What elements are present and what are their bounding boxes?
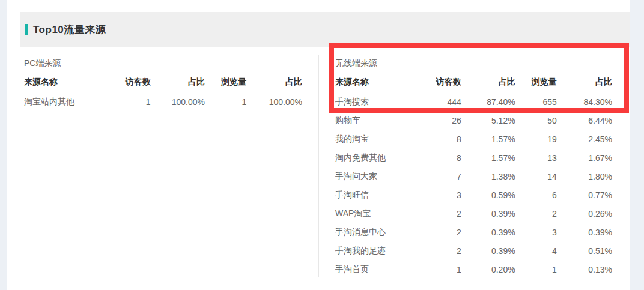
table-cell: 6.44% [557, 111, 612, 130]
table-header-row: 来源名称访客数占比浏览量占比 [335, 73, 612, 92]
table-row: 购物车265.12%506.44% [335, 111, 612, 130]
table-cell: 100.00% [246, 92, 302, 112]
table-cell: 0.51% [557, 241, 612, 260]
table-cell: 14 [515, 167, 557, 186]
table-cell: 1 [111, 92, 151, 112]
table-cell: 2 [421, 241, 461, 260]
table-cell: 1.57% [461, 148, 515, 167]
column-header: 占比 [246, 73, 302, 92]
table-cell: 淘内免费其他 [335, 148, 421, 167]
table-row: 手淘搜索44487.40%65584.30% [335, 92, 612, 112]
table-cell: 13 [515, 148, 557, 167]
table-row: 淘内免费其他81.57%131.67% [335, 148, 612, 167]
table-cell: 手淘搜索 [335, 92, 421, 112]
wireless-table-head: 来源名称访客数占比浏览量占比 [335, 73, 612, 92]
wireless-panel-title: 无线端来源 [335, 57, 612, 69]
table-cell: 我的淘宝 [335, 130, 421, 148]
table-cell: 2 [421, 223, 461, 241]
table-cell: 0.39% [557, 223, 612, 241]
table-cell: 1.67% [557, 148, 612, 167]
column-header: 浏览量 [205, 73, 246, 92]
page-right-gutter [630, 0, 644, 290]
table-cell: 8 [421, 130, 461, 148]
table-cell: 3 [421, 186, 461, 204]
table-row: 我的淘宝81.57%192.45% [335, 130, 612, 148]
table-cell: 手淘旺信 [335, 186, 421, 204]
table-cell: 0.77% [557, 186, 612, 204]
table-cell: 7 [421, 167, 461, 186]
table-cell: 2 [515, 204, 557, 223]
table-header-row: 来源名称访客数占比浏览量占比 [24, 73, 302, 92]
table-cell: WAP淘宝 [335, 204, 421, 223]
pc-table-head: 来源名称访客数占比浏览量占比 [24, 73, 302, 92]
table-cell: 2 [421, 204, 461, 223]
column-header: 来源名称 [24, 73, 111, 92]
table-cell: 100.00% [151, 92, 205, 112]
table-cell: 4 [515, 241, 557, 260]
wireless-sources-panel: 无线端来源 来源名称访客数占比浏览量占比 手淘搜索44487.40%65584.… [335, 57, 612, 279]
table-cell: 8 [421, 148, 461, 167]
table-cell: 0.26% [557, 204, 612, 223]
pc-sources-panel: PC端来源 来源名称访客数占比浏览量占比 淘宝站内其他1100.00%1100.… [24, 57, 302, 111]
table-cell: 6 [515, 186, 557, 204]
wireless-table-body: 手淘搜索44487.40%65584.30%购物车265.12%506.44%我… [335, 92, 612, 279]
panel-divider [318, 55, 319, 277]
page-left-gutter [0, 0, 7, 290]
table-cell: 84.30% [557, 92, 612, 112]
column-header: 访客数 [111, 73, 151, 92]
table-row: 手淘我的足迹20.39%40.51% [335, 241, 612, 260]
column-header: 占比 [557, 73, 612, 92]
table-cell: 淘宝站内其他 [24, 92, 111, 112]
table-cell: 0.13% [557, 260, 612, 279]
table-cell: 1.57% [461, 130, 515, 148]
table-cell: 0.39% [461, 241, 515, 260]
table-cell: 0.39% [461, 223, 515, 241]
table-row: 手淘首页10.20%10.13% [335, 260, 612, 279]
table-row: WAP淘宝20.39%20.26% [335, 204, 612, 223]
column-header: 来源名称 [335, 73, 421, 92]
table-row: 淘宝站内其他1100.00%1100.00% [24, 92, 302, 112]
pc-panel-title: PC端来源 [24, 57, 302, 69]
accent-bar [25, 24, 28, 35]
table-cell: 1 [421, 260, 461, 279]
table-cell: 手淘我的足迹 [335, 241, 421, 260]
table-cell: 1.38% [461, 167, 515, 186]
pc-table-body: 淘宝站内其他1100.00%1100.00% [24, 92, 302, 112]
table-cell: 655 [515, 92, 557, 112]
pc-sources-table: 来源名称访客数占比浏览量占比 淘宝站内其他1100.00%1100.00% [24, 73, 302, 111]
section-header-inner: Top10流量来源 [20, 12, 630, 47]
table-cell: 1.80% [557, 167, 612, 186]
table-cell: 3 [515, 223, 557, 241]
table-cell: 50 [515, 111, 557, 130]
table-cell: 手淘消息中心 [335, 223, 421, 241]
table-cell: 1 [515, 260, 557, 279]
table-cell: 5.12% [461, 111, 515, 130]
table-row: 手淘旺信30.59%60.77% [335, 186, 612, 204]
table-cell: 87.40% [461, 92, 515, 112]
table-cell: 手淘首页 [335, 260, 421, 279]
table-cell: 26 [421, 111, 461, 130]
wireless-sources-table: 来源名称访客数占比浏览量占比 手淘搜索44487.40%65584.30%购物车… [335, 73, 612, 279]
section-title: Top10流量来源 [33, 23, 106, 37]
column-header: 浏览量 [515, 73, 557, 92]
table-cell: 0.20% [461, 260, 515, 279]
table-cell: 手淘问大家 [335, 167, 421, 186]
table-cell: 0.59% [461, 186, 515, 204]
table-row: 手淘问大家71.38%141.80% [335, 167, 612, 186]
column-header: 占比 [151, 73, 205, 92]
table-cell: 2.45% [557, 130, 612, 148]
section-header-band: Top10流量来源 [20, 12, 630, 47]
table-cell: 0.39% [461, 204, 515, 223]
column-header: 访客数 [421, 73, 461, 92]
column-header: 占比 [461, 73, 515, 92]
table-cell: 1 [205, 92, 246, 112]
table-cell: 19 [515, 130, 557, 148]
table-cell: 444 [421, 92, 461, 112]
table-row: 手淘消息中心20.39%30.39% [335, 223, 612, 241]
table-cell: 购物车 [335, 111, 421, 130]
